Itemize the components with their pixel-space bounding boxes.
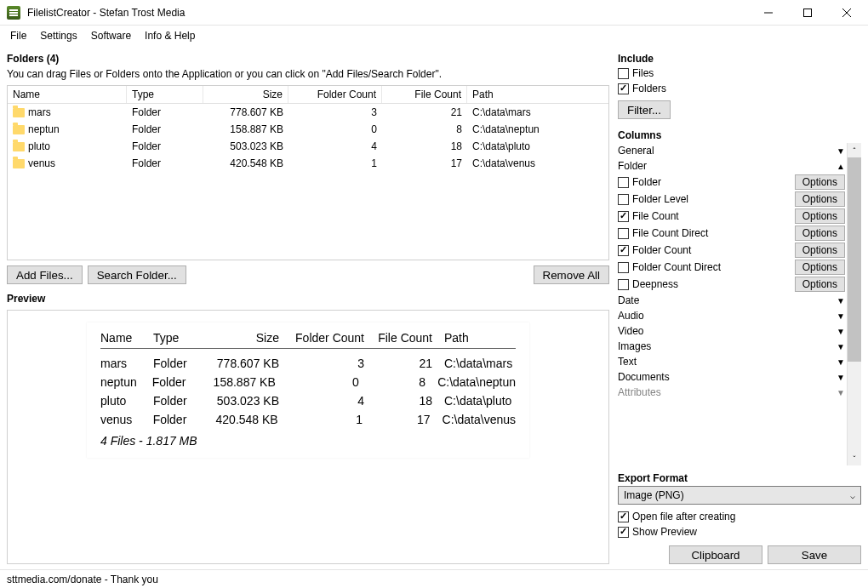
chevron-down-icon: ▼: [837, 311, 845, 321]
cell-size: 158.887 KB: [203, 121, 288, 138]
menu-settings[interactable]: Settings: [33, 28, 83, 43]
cell-name: mars: [28, 106, 51, 118]
remove-all-button[interactable]: Remove All: [534, 265, 609, 284]
clipboard-button[interactable]: Clipboard: [669, 545, 762, 564]
show-preview-checkbox[interactable]: [618, 527, 629, 538]
columns-accordion[interactable]: Text▼: [618, 354, 845, 369]
cell-folder-count: 3: [288, 104, 382, 121]
app-icon: [7, 6, 20, 20]
export-title: Export Format: [618, 472, 861, 484]
scroll-thumb[interactable]: [848, 157, 861, 362]
include-files-checkbox[interactable]: [618, 68, 629, 79]
cell-size: 420.548 KB: [203, 155, 288, 172]
columns-accordion[interactable]: Audio▼: [618, 308, 845, 323]
columns-accordion[interactable]: Images▼: [618, 339, 845, 354]
preview-col-file-count: File Count: [364, 331, 432, 345]
filter-button[interactable]: Filter...: [618, 100, 671, 119]
column-label: Deepness: [632, 278, 678, 290]
column-options-button[interactable]: Options: [795, 260, 845, 275]
column-checkbox[interactable]: [618, 228, 629, 239]
columns-accordion[interactable]: Date▼: [618, 293, 845, 308]
columns-cutoff-label: Attributes: [618, 386, 661, 398]
cell-folder-count: 1: [288, 155, 382, 172]
column-label: File Count Direct: [632, 227, 708, 239]
open-after-checkbox[interactable]: [618, 511, 629, 522]
columns-folder-section[interactable]: Folder ▲: [618, 158, 845, 174]
columns-cutoff[interactable]: Attributes ▼: [618, 385, 845, 400]
chevron-up-icon: ▲: [837, 162, 845, 171]
export-format-select[interactable]: Image (PNG) ⌵: [618, 486, 861, 505]
folder-icon: [13, 125, 25, 134]
close-button[interactable]: [827, 0, 866, 26]
statusbar: sttmedia.com/donate - Thank you: [0, 569, 868, 588]
preview-panel: Name Type Size Folder Count File Count P…: [7, 310, 609, 564]
columns-accordion[interactable]: Video▼: [618, 323, 845, 339]
menu-file[interactable]: File: [3, 28, 33, 43]
chevron-down-icon: ▼: [837, 388, 845, 397]
col-path[interactable]: Path: [467, 86, 608, 103]
table-row[interactable]: venusFolder420.548 KB117C:\data\venus: [8, 155, 608, 172]
scroll-up-button[interactable]: ˆ: [848, 143, 861, 157]
cell-type: Folder: [127, 155, 203, 172]
column-option-row: File Count DirectOptions: [618, 225, 845, 242]
columns-accordion[interactable]: Documents▼: [618, 369, 845, 385]
col-folder-count[interactable]: Folder Count: [288, 86, 382, 103]
menu-software[interactable]: Software: [84, 28, 138, 43]
titlebar: FilelistCreator - Stefan Trost Media: [0, 0, 868, 26]
add-files-button[interactable]: Add Files...: [7, 265, 83, 284]
table-row[interactable]: marsFolder778.607 KB321C:\data\mars: [8, 104, 608, 121]
folders-table-header: Name Type Size Folder Count File Count P…: [8, 86, 608, 104]
column-options-button[interactable]: Options: [795, 208, 845, 224]
columns-general[interactable]: General ▼: [618, 143, 845, 158]
open-after-label: Open file after creating: [632, 511, 735, 522]
search-folder-button[interactable]: Search Folder...: [88, 265, 186, 284]
column-option-row: File CountOptions: [618, 208, 845, 225]
minimize-button[interactable]: [749, 0, 788, 26]
col-file-count[interactable]: File Count: [382, 86, 467, 103]
scroll-down-button[interactable]: ˇ: [848, 451, 861, 465]
column-label: Folder: [632, 176, 661, 188]
menu-info-help[interactable]: Info & Help: [138, 28, 202, 43]
column-option-row: Folder CountOptions: [618, 242, 845, 259]
column-options-button[interactable]: Options: [795, 225, 845, 241]
include-title: Include: [618, 53, 861, 65]
column-label: Folder Level: [632, 193, 688, 205]
column-checkbox[interactable]: [618, 177, 629, 188]
folders-title: Folders (4): [7, 51, 609, 66]
preview-row: venusFolder420.548 KB117C:\data\venus: [100, 410, 516, 429]
table-row[interactable]: neptunFolder158.887 KB08C:\data\neptun: [8, 121, 608, 138]
column-checkbox[interactable]: [618, 194, 629, 205]
column-checkbox[interactable]: [618, 262, 629, 273]
column-options-button[interactable]: Options: [795, 174, 845, 190]
column-options-button[interactable]: Options: [795, 277, 845, 292]
column-checkbox[interactable]: [618, 279, 629, 290]
show-preview-label: Show Preview: [632, 526, 697, 538]
col-size[interactable]: Size: [203, 86, 288, 103]
accordion-label: Date: [618, 294, 639, 306]
col-name[interactable]: Name: [8, 86, 127, 103]
save-button[interactable]: Save: [768, 545, 861, 564]
columns-scrollbar[interactable]: ˆ ˇ: [847, 143, 861, 465]
table-row[interactable]: plutoFolder503.023 KB418C:\data\pluto: [8, 138, 608, 155]
column-checkbox[interactable]: [618, 211, 629, 222]
column-options-button[interactable]: Options: [795, 191, 845, 207]
column-checkbox[interactable]: [618, 245, 629, 256]
preview-col-folder-count: Folder Count: [279, 331, 364, 345]
cell-name: venus: [28, 157, 55, 169]
maximize-button[interactable]: [788, 0, 827, 26]
folder-icon: [13, 159, 25, 168]
folder-icon: [13, 108, 25, 117]
menubar: File Settings Software Info & Help: [0, 26, 868, 46]
cell-folder-count: 0: [288, 121, 382, 138]
cell-folder-count: 4: [288, 138, 382, 155]
cell-type: Folder: [127, 138, 203, 155]
col-type[interactable]: Type: [127, 86, 203, 103]
column-options-button[interactable]: Options: [795, 243, 845, 258]
chevron-down-icon: ⌵: [850, 491, 855, 500]
column-option-row: DeepnessOptions: [618, 276, 845, 293]
status-text: sttmedia.com/donate - Thank you: [7, 574, 158, 585]
preview-col-name: Name: [100, 331, 153, 345]
include-folders-checkbox[interactable]: [618, 83, 629, 94]
folder-icon: [13, 142, 25, 151]
column-label: File Count: [632, 210, 679, 222]
